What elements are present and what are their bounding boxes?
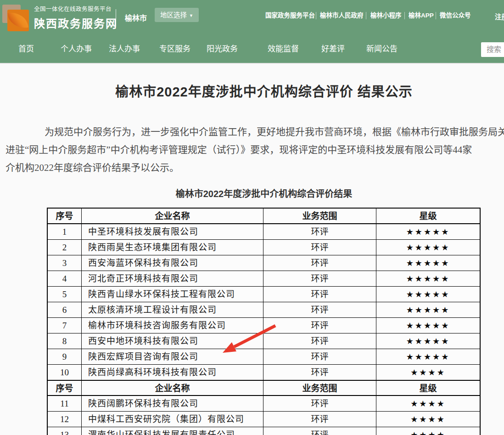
column-header: 企业名称 bbox=[82, 380, 263, 396]
business-scope: 环评 bbox=[263, 333, 376, 349]
row-number: 11 bbox=[48, 396, 82, 412]
company-name: 陕西阔鹏环保科技有限公司 bbox=[82, 396, 263, 412]
header-divider bbox=[116, 9, 116, 27]
table-row: 5陕西青山绿水环保科技工程有限公司环评★★★★★ bbox=[48, 287, 480, 302]
business-scope: 环评 bbox=[263, 255, 376, 271]
table-row: 8西安中地环境科技有限公司环评★★★★★ bbox=[48, 333, 480, 349]
company-name: 中圣环境科技发展有限公司 bbox=[82, 224, 263, 240]
chevron-down-icon: ▼ bbox=[189, 9, 193, 23]
business-scope: 环评 bbox=[263, 427, 376, 435]
table-row: 11陕西阔鹏环保科技有限公司环评★★★★ bbox=[48, 396, 480, 412]
row-number: 12 bbox=[48, 412, 82, 427]
star-rating: ★★★★★ bbox=[376, 349, 480, 365]
site-title-block: 全国一体化在线政务服务平台 陕西政务服务网 bbox=[34, 4, 118, 31]
row-number: 1 bbox=[48, 224, 82, 240]
row-number: 5 bbox=[48, 287, 82, 302]
column-header: 星级 bbox=[376, 380, 480, 396]
row-number: 8 bbox=[48, 333, 82, 349]
business-scope: 环评 bbox=[263, 412, 376, 427]
column-header: 序号 bbox=[48, 209, 82, 224]
nav-item[interactable]: 新闻公告 bbox=[366, 36, 398, 62]
star-rating: ★★★★★ bbox=[376, 224, 480, 240]
star-rating: ★★★★★ bbox=[376, 318, 480, 333]
star-rating: ★★★★★ bbox=[376, 287, 480, 302]
star-rating: ★★★★★ bbox=[376, 255, 480, 271]
company-name: 陕西尚绿高科环境科技有限公司 bbox=[82, 365, 263, 380]
row-number: 4 bbox=[48, 271, 82, 287]
nav-item[interactable]: 好差评 bbox=[321, 36, 345, 62]
business-scope: 环评 bbox=[263, 240, 376, 255]
table-row: 4河北奇正环境科技有限公司环评★★★★★ bbox=[48, 271, 480, 287]
header-link[interactable]: 微信公众号 bbox=[440, 12, 476, 19]
row-number: 3 bbox=[48, 255, 82, 271]
table-row: 6太原核清环境工程设计有限公司环评★★★★★ bbox=[48, 302, 480, 318]
table-row: 13渭南华山环保科技发展有限责任公司环评★★★★ bbox=[48, 427, 480, 435]
register-link[interactable]: 注册 bbox=[495, 11, 504, 21]
row-number: 13 bbox=[48, 427, 82, 435]
region-selector-label: 地区选择 bbox=[160, 11, 187, 19]
nav-item[interactable]: 个人办事 bbox=[61, 36, 92, 62]
table-row: 12中煤科工西安研究院（集团）有限公司环评★★★★ bbox=[48, 412, 480, 427]
table-caption: 榆林市2022年度涉批中介机构综合评价结果 bbox=[0, 186, 504, 200]
site-header: 全国一体化在线政务服务平台 陕西政务服务网 榆林市 地区选择▼ 国家政务服务平台… bbox=[0, 0, 504, 36]
business-scope: 环评 bbox=[263, 287, 376, 302]
current-city-label: 榆林市 bbox=[125, 12, 147, 23]
business-scope: 环评 bbox=[263, 365, 376, 380]
table-row: 3西安海蓝环保科技有限公司环评★★★★★ bbox=[48, 255, 480, 271]
nav-item[interactable]: 法人办事 bbox=[109, 36, 140, 62]
star-rating: ★★★★ bbox=[376, 396, 480, 412]
company-name: 陕西宏辉项目咨询有限公司 bbox=[82, 349, 263, 365]
business-scope: 环评 bbox=[263, 271, 376, 287]
header-link[interactable]: 榆林APP bbox=[409, 12, 436, 19]
company-name: 陕西青山绿水环保科技工程有限公司 bbox=[82, 287, 263, 302]
region-selector-button[interactable]: 地区选择▼ bbox=[155, 8, 199, 22]
row-number: 2 bbox=[48, 240, 82, 255]
row-number: 6 bbox=[48, 302, 82, 318]
nav-item[interactable]: 首页 bbox=[18, 36, 34, 62]
table-row: 2陕西雨昊生态环境集团有限公司环评★★★★★ bbox=[48, 240, 480, 255]
header-link[interactable]: 国家政务服务平台 bbox=[265, 12, 316, 19]
paragraph-line: 介机构2022年度综合评价结果予以公示。 bbox=[6, 159, 504, 177]
announcement-page: 榆林市2022年度涉批中介机构综合评价 结果公示 为规范中介服务行为，进一步强化… bbox=[0, 81, 504, 435]
site-name: 陕西政务服务网 bbox=[34, 15, 118, 31]
table-row: 7榆林市环境科技咨询服务有限公司环评★★★★★ bbox=[48, 318, 480, 333]
main-nav: 首页个人办事法人办事专区服务阳光政务效能监督好差评新闻公告 bbox=[0, 36, 504, 64]
star-rating: ★★★★★ bbox=[376, 240, 480, 255]
table-header-row: 序号企业名称业务范围星级 bbox=[48, 209, 480, 224]
nav-item[interactable]: 专区服务 bbox=[159, 36, 190, 62]
company-name: 中煤科工西安研究院（集团）有限公司 bbox=[82, 412, 263, 427]
column-header: 星级 bbox=[376, 209, 480, 224]
star-rating: ★★★★★ bbox=[376, 302, 480, 318]
nav-item[interactable]: 阳光政务 bbox=[207, 36, 238, 62]
business-scope: 环评 bbox=[263, 302, 376, 318]
table-row: 10陕西尚绿高科环境科技有限公司环评★★★★ bbox=[48, 365, 480, 380]
company-name: 西安中地环境科技有限公司 bbox=[82, 333, 263, 349]
company-name: 西安海蓝环保科技有限公司 bbox=[82, 255, 263, 271]
row-number: 10 bbox=[48, 365, 82, 380]
star-rating: ★★★★ bbox=[376, 427, 480, 435]
column-header: 业务范围 bbox=[263, 380, 376, 396]
company-name: 太原核清环境工程设计有限公司 bbox=[82, 302, 263, 318]
star-rating: ★★★★★ bbox=[376, 333, 480, 349]
search-input[interactable] bbox=[481, 42, 504, 57]
business-scope: 环评 bbox=[263, 224, 376, 240]
header-link[interactable]: 榆林市人民政府 bbox=[320, 12, 366, 19]
business-scope: 环评 bbox=[263, 349, 376, 365]
business-scope: 环评 bbox=[263, 396, 376, 412]
header-link[interactable]: 榆林小程序 bbox=[370, 12, 405, 19]
page-title: 榆林市2022年度涉批中介机构综合评价 结果公示 bbox=[0, 81, 504, 100]
star-rating: ★★★★ bbox=[376, 365, 480, 380]
announcement-paragraph: 为规范中介服务行为，进一步强化中介监管工作，更好地提升我市营商环境，根据《榆林市… bbox=[6, 123, 504, 177]
company-name: 渭南华山环保科技发展有限责任公司 bbox=[82, 427, 263, 435]
row-number: 9 bbox=[48, 349, 82, 365]
column-header: 序号 bbox=[48, 380, 82, 396]
company-name: 河北奇正环境科技有限公司 bbox=[82, 271, 263, 287]
row-number: 7 bbox=[48, 318, 82, 333]
business-scope: 环评 bbox=[263, 318, 376, 333]
table-header-row: 序号企业名称业务范围星级 bbox=[48, 380, 480, 396]
paragraph-line: 为规范中介服务行为，进一步强化中介监管工作，更好地提升我市营商环境，根据《榆林市… bbox=[6, 123, 504, 141]
star-rating: ★★★★★ bbox=[376, 271, 480, 287]
company-name: 榆林市环境科技咨询服务有限公司 bbox=[82, 318, 263, 333]
nav-item[interactable]: 效能监督 bbox=[268, 36, 299, 62]
site-logo-icon bbox=[2, 5, 29, 31]
